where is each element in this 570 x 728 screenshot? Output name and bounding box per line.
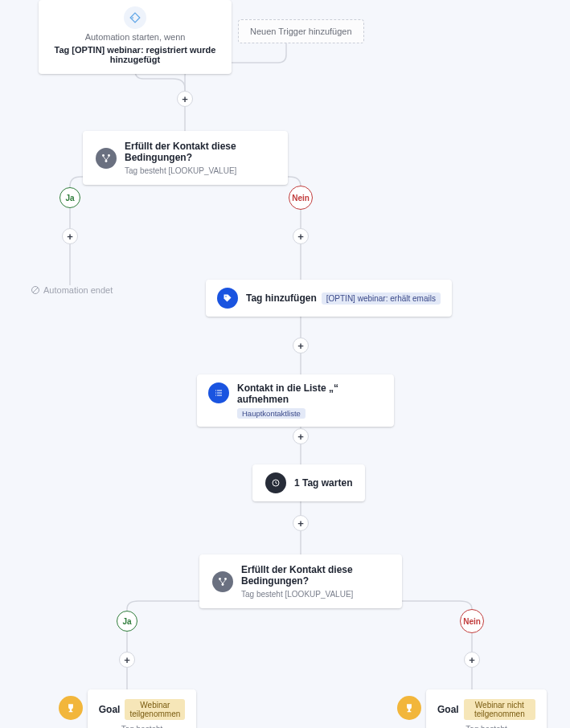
goal-label: Goal	[99, 704, 121, 715]
branch-yes-label: Ja	[59, 187, 80, 208]
add-step-button[interactable]: +	[464, 652, 480, 668]
clock-icon	[265, 472, 286, 493]
connectors	[0, 0, 570, 728]
fork-icon	[96, 148, 117, 169]
add-step-button[interactable]: +	[293, 337, 309, 354]
list-chip: Hauptkontaktliste	[237, 408, 306, 419]
wait-node[interactable]: 1 Tag warten	[252, 464, 365, 501]
goal-sub: Tag besteht [LOOKUP_VALUE]	[99, 725, 185, 728]
goal-node-yes[interactable]: Goal Webinar teilgenommen Tag besteht [L…	[88, 689, 196, 728]
add-step-button[interactable]: +	[177, 91, 193, 107]
add-to-list-node[interactable]: Kontakt in die Liste „“ aufnehmen Hauptk…	[197, 374, 394, 427]
condition-title: Erfüllt der Kontakt diese Bedingungen?	[241, 564, 389, 587]
branch-yes-label: Ja	[117, 611, 137, 632]
svg-point-2	[108, 154, 110, 157]
condition-node-1[interactable]: Erfüllt der Kontakt diese Bedingungen? T…	[83, 131, 288, 185]
goal-chip: Webinar teilgenommen	[125, 699, 185, 720]
svg-point-14	[219, 578, 221, 580]
goal-sub: Tag besteht [LOOKUP_VALUE]	[437, 725, 535, 728]
tag-icon	[124, 6, 146, 29]
add-tag-label: Tag hinzufügen	[246, 292, 317, 304]
svg-point-0	[132, 17, 133, 18]
condition-node-2[interactable]: Erfüllt der Kontakt diese Bedingungen? T…	[199, 554, 402, 608]
trigger-prompt: Automation starten, wenn	[85, 32, 186, 42]
trophy-icon	[59, 696, 83, 720]
fork-icon	[212, 571, 233, 592]
goal-chip: Webinar nicht teilgenommen	[464, 699, 535, 720]
automation-end-label: Automation endet	[31, 285, 113, 295]
wait-label: 1 Tag warten	[294, 477, 352, 489]
branch-no-label: Nein	[289, 186, 313, 210]
add-trigger-label: Neuen Trigger hinzufügen	[250, 27, 352, 36]
svg-point-3	[105, 160, 108, 162]
add-trigger-button[interactable]: Neuen Trigger hinzufügen	[238, 19, 364, 43]
ban-icon	[31, 285, 40, 295]
svg-rect-9	[215, 393, 216, 394]
goal-node-no[interactable]: Goal Webinar nicht teilgenommen Tag best…	[426, 689, 547, 728]
goal-label: Goal	[437, 704, 459, 715]
trigger-start-node[interactable]: Automation starten, wenn Tag [OPTIN] web…	[39, 0, 232, 74]
add-step-button[interactable]: +	[293, 515, 309, 531]
add-step-button[interactable]: +	[119, 652, 135, 668]
trigger-label: Tag [OPTIN] webinar: registriert wurde h…	[47, 45, 223, 64]
add-step-button[interactable]: +	[62, 228, 78, 244]
svg-rect-8	[217, 391, 222, 391]
branch-no-label: Nein	[460, 609, 484, 633]
svg-point-16	[222, 583, 224, 586]
list-icon	[208, 382, 229, 403]
condition-sub: Tag besteht [LOOKUP_VALUE]	[241, 590, 389, 599]
svg-rect-7	[215, 391, 216, 391]
add-step-button[interactable]: +	[293, 428, 309, 444]
svg-line-5	[33, 288, 38, 292]
tag-icon	[217, 288, 238, 309]
trophy-icon	[397, 696, 421, 720]
svg-point-6	[225, 296, 227, 297]
svg-rect-12	[217, 395, 222, 396]
automation-canvas: Automation starten, wenn Tag [OPTIN] web…	[0, 0, 570, 728]
condition-title: Erfüllt der Kontakt diese Bedingungen?	[125, 141, 275, 163]
svg-rect-10	[217, 393, 222, 394]
add-step-button[interactable]: +	[293, 228, 309, 244]
svg-rect-11	[215, 395, 216, 396]
svg-point-1	[102, 154, 105, 157]
tag-chip: [OPTIN] webinar: erhält emails	[322, 292, 441, 305]
add-tag-node[interactable]: Tag hinzufügen [OPTIN] webinar: erhält e…	[206, 280, 452, 317]
add-to-list-label: Kontakt in die Liste „“ aufnehmen	[237, 382, 383, 405]
condition-sub: Tag besteht [LOOKUP_VALUE]	[125, 166, 275, 175]
svg-point-15	[224, 578, 227, 580]
